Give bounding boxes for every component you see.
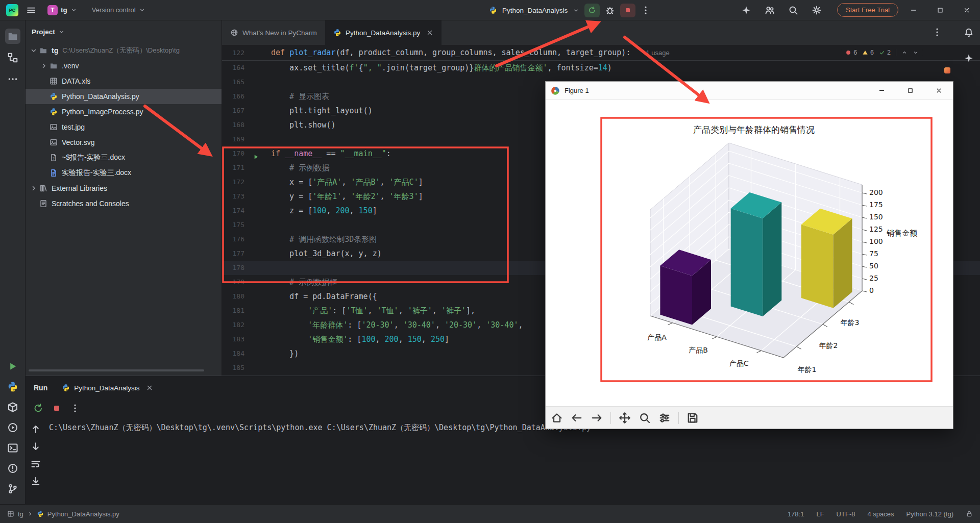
sticky-line-code: def plot_radar(df, product_column, group… xyxy=(271,48,630,57)
z-tick-label: 50 xyxy=(869,262,878,270)
inspections-widget[interactable]: 6 6 2 xyxy=(841,47,923,58)
editor-options-icon[interactable] xyxy=(932,27,942,37)
error-counter[interactable]: 6 xyxy=(845,49,857,56)
prev-occurrence-button[interactable] xyxy=(31,424,41,434)
chevron-down-icon xyxy=(70,7,77,13)
tool-vcs-button[interactable] xyxy=(5,481,20,496)
settings-icon[interactable] xyxy=(812,5,822,15)
code-line[interactable]: 164 ax.set_title(f'{", ".join(target_gro… xyxy=(222,61,980,75)
tree-item[interactable]: External Libraries xyxy=(26,181,222,196)
caret-position[interactable]: 178:1 xyxy=(788,510,804,518)
main-menu-icon[interactable] xyxy=(26,5,36,15)
stop-process-button[interactable] xyxy=(52,403,62,413)
notifications-bell-icon[interactable] xyxy=(964,28,974,38)
code-text: z = [100, 200, 150] xyxy=(271,204,377,218)
code-text: # 调用函数绘制3D条形图 xyxy=(271,232,377,246)
line-number: 169 xyxy=(222,132,244,146)
tree-item[interactable]: DATA.xls xyxy=(26,73,222,89)
rerun-button[interactable] xyxy=(33,403,43,413)
tool-run-button[interactable] xyxy=(5,359,20,374)
tool-problems-button[interactable] xyxy=(5,461,20,476)
start-free-trial-button[interactable]: Start Free Trial xyxy=(837,3,898,17)
tab-whats-new[interactable]: What's New in PyCharm xyxy=(222,20,325,45)
run-config-selector[interactable]: Python_DataAnalysis xyxy=(502,7,568,14)
tool-packages-button[interactable] xyxy=(5,400,20,415)
forward-view-button[interactable] xyxy=(591,412,603,424)
run-line-icon[interactable] xyxy=(253,151,259,157)
more-tool-windows-button[interactable] xyxy=(5,71,20,87)
run-button[interactable] xyxy=(584,4,600,17)
line-separator[interactable]: LF xyxy=(816,510,824,518)
more-run-actions-icon[interactable] xyxy=(641,5,651,15)
z-tick-label: 125 xyxy=(869,225,883,233)
tree-item[interactable]: 实验报告-实验三.docx xyxy=(26,165,222,181)
close-tab-icon[interactable] xyxy=(426,29,433,36)
more-options-icon[interactable] xyxy=(70,403,80,413)
window-minimize-button[interactable] xyxy=(900,0,927,20)
home-view-button[interactable] xyxy=(551,412,563,424)
tree-item[interactable]: test.jpg xyxy=(26,119,222,135)
chevron-right-icon[interactable] xyxy=(30,184,38,192)
project-window-icon[interactable] xyxy=(7,510,14,517)
tool-python-packages-button[interactable] xyxy=(5,379,20,394)
code-with-me-icon[interactable] xyxy=(765,5,775,15)
tool-structure-button[interactable] xyxy=(5,50,20,65)
indent-style[interactable]: 4 spaces xyxy=(867,510,894,518)
configure-subplots-button[interactable] xyxy=(658,412,671,424)
tree-item[interactable]: Python_ImageProcess.py xyxy=(26,104,222,119)
figure-canvas[interactable]: 产品类别与年龄群体的销售情况 产品A 产品B 产品C 年龄1 年龄2 年龄3 2… xyxy=(546,100,953,406)
python-interpreter[interactable]: Python 3.12 (tg) xyxy=(906,510,954,518)
horizontal-scrollbar[interactable] xyxy=(29,369,204,371)
ai-tool-window-icon[interactable] xyxy=(964,53,974,63)
figure-close-button[interactable] xyxy=(924,82,953,100)
chevron-right-icon[interactable] xyxy=(40,62,48,70)
tree-item[interactable]: ?~$报告-实验三.docx xyxy=(26,150,222,165)
pan-button[interactable] xyxy=(619,412,631,424)
svg-text:?: ? xyxy=(53,156,55,161)
error-icon xyxy=(845,49,851,56)
tool-project-button[interactable] xyxy=(5,29,20,44)
zoom-rect-button[interactable] xyxy=(639,412,651,424)
run-panel-title: Run xyxy=(34,384,47,392)
back-view-button[interactable] xyxy=(571,412,583,424)
stop-button[interactable] xyxy=(620,4,635,17)
tree-item[interactable]: Vector.svg xyxy=(26,135,222,150)
tree-item[interactable]: .venv xyxy=(26,58,222,73)
debug-button[interactable] xyxy=(605,5,615,15)
chevron-down-icon[interactable] xyxy=(30,46,38,55)
lock-icon[interactable] xyxy=(966,510,973,517)
tree-item[interactable]: Python_DataAnalysis.py xyxy=(26,89,222,104)
file-encoding[interactable]: UTF-8 xyxy=(837,510,855,518)
next-occurrence-button[interactable] xyxy=(31,441,41,452)
tree-item[interactable]: tgC:\Users\ZhuanZ（无密码）\Desktop\tg xyxy=(26,43,222,58)
scratch-icon xyxy=(39,200,47,208)
figure-title-bar[interactable]: Figure 1 xyxy=(546,82,953,100)
window-close-button[interactable] xyxy=(953,0,980,20)
window-maximize-button[interactable] xyxy=(927,0,953,20)
warning-count: 6 xyxy=(870,49,874,56)
run-console-tab[interactable]: Python_DataAnalysis xyxy=(62,384,153,392)
breadcrumb-project[interactable]: tg xyxy=(18,510,23,518)
prev-problem-button[interactable] xyxy=(901,49,908,56)
vcs-widget[interactable]: Version control xyxy=(88,4,149,16)
next-problem-button[interactable] xyxy=(913,49,919,56)
close-tab-icon[interactable] xyxy=(146,384,153,391)
ai-assistant-icon[interactable] xyxy=(741,5,751,15)
tab-python-dataanalysis[interactable]: Python_DataAnalysis.py xyxy=(325,20,442,45)
figure-minimize-button[interactable] xyxy=(867,82,896,100)
project-widget[interactable]: T tg xyxy=(44,3,81,17)
xls-icon xyxy=(50,77,58,85)
figure-maximize-button[interactable] xyxy=(896,82,924,100)
tool-services-button[interactable] xyxy=(5,420,20,435)
passed-counter[interactable]: 2 xyxy=(879,49,891,56)
search-everywhere-icon[interactable] xyxy=(788,5,798,15)
tool-terminal-button[interactable] xyxy=(5,440,20,456)
warning-counter[interactable]: 6 xyxy=(862,49,874,56)
scroll-to-end-button[interactable] xyxy=(31,476,41,486)
soft-wrap-button[interactable] xyxy=(31,459,41,469)
usage-hint[interactable]: 1 usage xyxy=(646,49,669,57)
tree-item[interactable]: Scratches and Consoles xyxy=(26,196,222,211)
breadcrumb-file[interactable]: Python_DataAnalysis.py xyxy=(47,510,119,518)
chevron-down-icon[interactable] xyxy=(58,29,65,35)
save-figure-button[interactable] xyxy=(687,412,699,424)
